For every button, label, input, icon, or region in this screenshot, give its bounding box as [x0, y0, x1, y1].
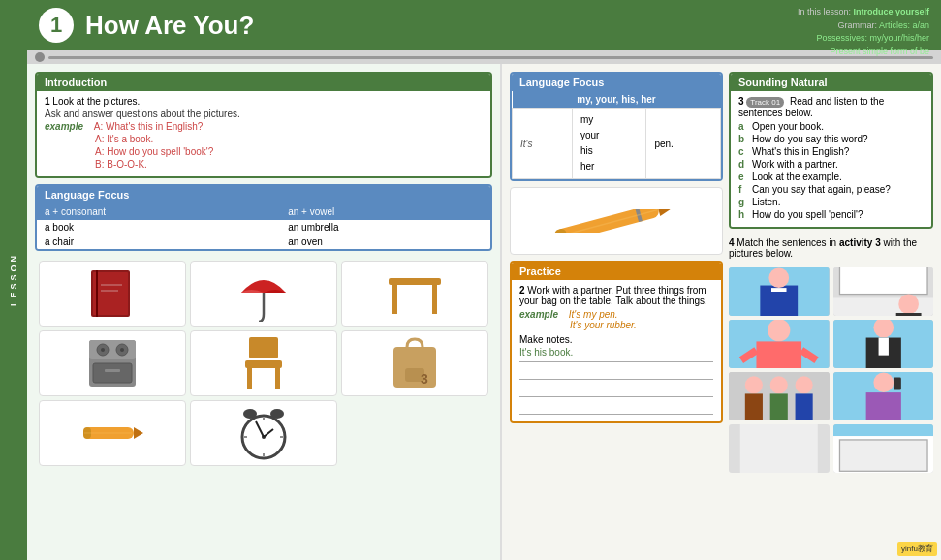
image-bag: 3: [341, 330, 488, 396]
svg-rect-75: [839, 440, 927, 471]
svg-rect-19: [247, 368, 252, 389]
svg-point-45: [768, 267, 789, 288]
photo-6: [833, 372, 934, 420]
present-simple-line: Present simple form of be: [798, 46, 929, 59]
svg-rect-4: [101, 290, 118, 292]
list-item: Can you say that again, please?: [738, 184, 924, 195]
first-note-line: It's his book.: [519, 345, 713, 362]
audio-play-btn[interactable]: [35, 52, 45, 62]
intro-instruction: Ask and answer questions about the pictu…: [45, 109, 483, 119]
right-page: Language Focus my, your, his, her: [502, 64, 941, 560]
left-page: Introduction 1 Look at the pictures. Ask…: [27, 64, 502, 560]
svg-rect-51: [895, 313, 921, 316]
practice-box: Practice 2 Work with a partner. Put thre…: [510, 261, 723, 423]
svg-rect-8: [432, 285, 437, 314]
image-pen: [39, 400, 186, 466]
col1-item2: a chair: [37, 234, 280, 249]
svg-rect-67: [796, 393, 813, 420]
list-item: What's this in English?: [738, 146, 924, 157]
activity4-line: 4 Match the sentences in activity 3 with…: [729, 237, 933, 259]
svg-rect-70: [865, 392, 900, 420]
photo-1: [729, 267, 830, 316]
table-row: It's myyourhisher pen.: [513, 109, 721, 179]
image-stove: [39, 330, 186, 396]
svg-rect-1: [93, 272, 128, 315]
make-notes-label: Make notes.: [519, 334, 713, 345]
svg-rect-18: [245, 360, 282, 368]
image-book: [39, 261, 186, 327]
svg-rect-17: [249, 337, 278, 358]
svg-rect-60: [878, 338, 888, 356]
clock-svg: [238, 404, 289, 462]
col2-item2: an oven: [280, 234, 490, 249]
svg-point-66: [796, 376, 813, 393]
image-clock: [190, 400, 337, 466]
svg-point-64: [770, 376, 788, 393]
activity4-section: 4 Match the sentences in activity 3 with…: [729, 234, 933, 262]
svg-point-14: [120, 348, 124, 352]
svg-rect-10: [89, 340, 136, 359]
introduction-box: Introduction 1 Look at the pictures. Ask…: [35, 72, 492, 178]
lesson-title: How Are You?: [85, 11, 254, 41]
watermark: yinfu教育: [897, 542, 937, 556]
track-badge[interactable]: Track 01: [746, 97, 784, 108]
photo-grid: [729, 267, 933, 473]
table-svg: [387, 268, 443, 319]
grammar-line: Grammar: Articles: a/an: [798, 19, 929, 33]
lesson-sidebar: LESSON: [0, 0, 27, 560]
image-grid: 3: [35, 257, 492, 470]
list-item: Look at the example.: [738, 171, 924, 182]
list-item: How do you spell 'pencil'?: [738, 209, 924, 220]
svg-point-62: [745, 376, 763, 393]
pen-illustration: [510, 187, 723, 255]
svg-rect-3: [101, 284, 122, 286]
example-a1: example A: What's this in English?: [45, 121, 483, 132]
header: 1 How Are You? In this lesson: Introduce…: [27, 0, 941, 50]
in-this-lesson: In this lesson: Introduce yourself: [798, 6, 929, 19]
sounding-activity-list: Open your book. How do you say this word…: [738, 121, 924, 220]
col2-header: an + vowel: [280, 203, 490, 220]
svg-point-50: [898, 295, 919, 315]
svg-text:3: 3: [421, 371, 428, 387]
svg-rect-54: [756, 341, 801, 368]
example-a3: A: How do you spell 'book'?: [45, 146, 483, 157]
list-item: How do you say this word?: [738, 134, 924, 144]
language-focus-left-header: Language Focus: [37, 186, 490, 203]
photo-2: [833, 267, 934, 316]
col1-item1: a book: [37, 220, 280, 234]
svg-rect-7: [392, 285, 397, 314]
photo-8: [833, 424, 934, 473]
language-focus-right-box: Language Focus my, your, his, her: [510, 72, 723, 181]
sounding-natural-header: Sounding Natural: [731, 74, 931, 91]
svg-rect-46: [771, 288, 787, 292]
svg-rect-63: [745, 393, 763, 420]
example-b1: B: B-O-O-K.: [45, 159, 483, 170]
svg-rect-73: [833, 424, 934, 436]
lesson-number: 1: [39, 8, 74, 43]
svg-rect-16: [105, 369, 120, 372]
photo-5: [729, 372, 830, 420]
svg-rect-49: [839, 267, 927, 295]
list-item: Work with a partner.: [738, 159, 924, 170]
svg-rect-72: [740, 424, 818, 473]
activity2-line: 2 Work with a partner. Put three things …: [519, 285, 713, 306]
right-right-col: Sounding Natural 3 Track 01 Read and lis…: [729, 72, 933, 552]
content-area: Introduction 1 Look at the pictures. Ask…: [27, 64, 941, 560]
subject-cell: It's: [513, 109, 573, 179]
svg-point-13: [101, 348, 105, 352]
header-info: In this lesson: Introduce yourself Gramm…: [798, 6, 929, 58]
umbrella-svg: [237, 265, 290, 322]
svg-rect-71: [894, 378, 901, 390]
svg-rect-6: [389, 278, 441, 285]
example-practice: example It's my pen.: [519, 309, 713, 320]
language-focus-table: a + consonant an + vowel a book an umbre…: [37, 203, 490, 249]
possessives-line: Possessives: my/your/his/her: [798, 32, 929, 46]
right-sections: Language Focus my, your, his, her: [510, 72, 933, 552]
svg-rect-20: [275, 368, 280, 389]
object-cell: pen.: [646, 109, 721, 179]
image-umbrella: [190, 261, 337, 327]
list-item: Listen.: [738, 197, 924, 207]
note-line-1: [519, 364, 713, 380]
bag-svg: 3: [390, 335, 440, 391]
svg-rect-15: [93, 363, 132, 383]
